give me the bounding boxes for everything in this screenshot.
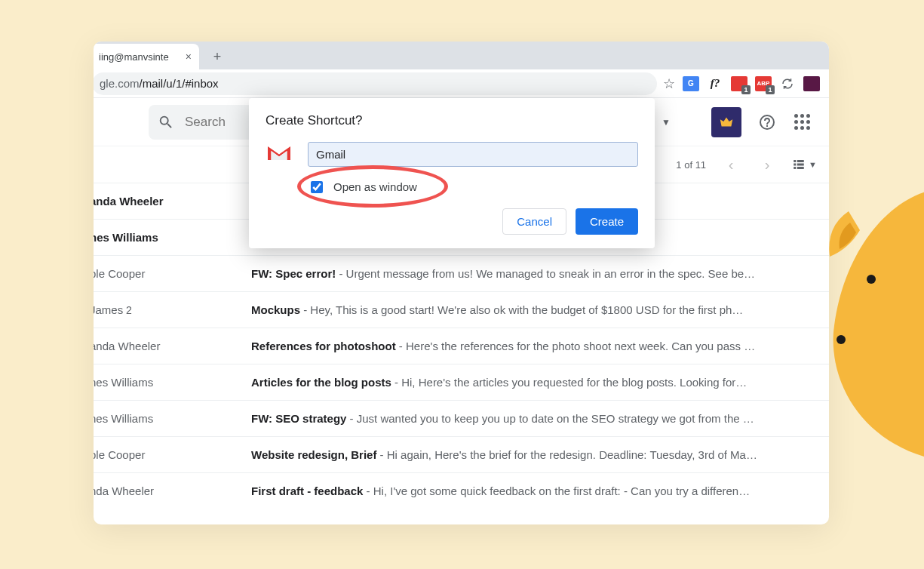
create-shortcut-dialog: Create Shortcut? Open as window Cancel C… (249, 98, 655, 248)
extension-sync-icon[interactable] (779, 76, 796, 91)
create-button[interactable]: Create (576, 208, 638, 235)
mail-sender: nda Wheeler (94, 484, 251, 497)
gmail-logo-icon (266, 143, 293, 167)
mail-snippet: Hi again, Here's the brief for the redes… (387, 448, 757, 461)
mail-sender: ble Cooper (94, 267, 251, 280)
mail-subject: FW: Spec error! (251, 267, 336, 280)
mail-subject-line: FW: Spec error! - Urgent message from us… (251, 267, 818, 280)
search-icon (158, 114, 174, 131)
mail-row[interactable]: James 2Mockups - Hey, This is a good sta… (94, 291, 829, 328)
mail-subject-line: References for photoshoot - Here's the r… (251, 340, 818, 352)
mail-subject-line: Articles for the blog posts - Hi, Here's… (251, 376, 818, 389)
mail-snippet: Here's the references for the photo shoo… (406, 340, 755, 352)
browser-tab-title: iing@manvsinte (99, 51, 186, 63)
thread-count: 2 (123, 304, 132, 316)
close-tab-icon[interactable]: × (186, 51, 192, 63)
mail-row[interactable]: ble CooperWebsite redesign, Brief - Hi a… (94, 436, 829, 472)
extension-badge: 1 (766, 85, 775, 94)
mail-sender: nes Williams (94, 231, 251, 244)
older-button[interactable]: › (756, 156, 778, 174)
svg-rect-2 (794, 164, 796, 166)
premium-badge[interactable] (711, 107, 741, 137)
mail-sender: ble Cooper (94, 448, 251, 461)
mail-sender: nes Williams (94, 376, 251, 389)
google-apps-button[interactable] (787, 107, 817, 137)
svg-rect-5 (797, 167, 804, 169)
url-actions: ☆ G f? 1 ABP 1 (657, 75, 823, 92)
mail-subject-line: Website redesign, Brief - Hi again, Here… (251, 448, 818, 461)
dialog-title: Create Shortcut? (266, 113, 638, 128)
mail-subject: Mockups (251, 303, 300, 316)
mail-snippet: Hey, This is a good start! We're also ok… (310, 303, 743, 316)
extension-recorder-icon[interactable]: 1 (731, 76, 747, 91)
mail-row[interactable]: nes WilliamsArticles for the blog posts … (94, 364, 829, 400)
svg-rect-3 (797, 164, 804, 166)
pagination-label: 1 of 11 (676, 159, 706, 171)
url-host-fragment: gle.com (100, 77, 140, 90)
mail-snippet: Hi, Here's the articles you requested fo… (401, 376, 747, 389)
mail-subject: FW: SEO strategy (251, 412, 346, 425)
density-toggle[interactable]: ▼ (792, 158, 817, 171)
open-as-window-label[interactable]: Open as window (333, 180, 417, 193)
help-icon (758, 113, 776, 131)
help-button[interactable] (752, 107, 782, 137)
browser-tab[interactable]: iing@manvsinte × (94, 44, 199, 69)
mascot-illustration (818, 189, 924, 460)
shortcut-name-input[interactable] (308, 142, 638, 167)
mail-row[interactable]: nes WilliamsFW: SEO strategy - Just want… (94, 400, 829, 436)
browser-window: iing@manvsinte × + gle.com/mail/u/1/#inb… (94, 42, 829, 524)
search-dropdown-icon[interactable]: ▼ (662, 117, 671, 128)
mail-snippet: Just wanted you to keep you up to date o… (357, 412, 754, 425)
newer-button[interactable]: ‹ (720, 156, 742, 174)
mail-row[interactable]: nda WheelerFirst draft - feedback - Hi, … (94, 472, 829, 509)
bookmark-star-icon[interactable]: ☆ (663, 75, 675, 92)
url-box[interactable]: gle.com/mail/u/1/#inbox (94, 72, 657, 95)
svg-rect-4 (794, 167, 796, 169)
extension-other-icon[interactable] (803, 76, 820, 91)
mail-subject: Website redesign, Brief (251, 448, 376, 461)
mail-subject: Articles for the blog posts (251, 376, 391, 389)
mail-row[interactable]: anda WheelerReferences for photoshoot - … (94, 328, 829, 364)
new-tab-button[interactable]: + (207, 46, 228, 67)
crown-icon (718, 114, 735, 131)
mail-subject: References for photoshoot (251, 340, 396, 352)
mail-sender: anda Wheeler (94, 195, 251, 208)
mail-snippet: Hi, I've got some quick feedback on the … (373, 484, 751, 497)
cancel-button[interactable]: Cancel (502, 208, 566, 235)
address-bar: gle.com/mail/u/1/#inbox ☆ G f? 1 ABP 1 (94, 69, 829, 98)
mail-sender: nes Williams (94, 412, 251, 425)
mail-subject-line: FW: SEO strategy - Just wanted you to ke… (251, 412, 818, 425)
density-icon (792, 158, 806, 171)
svg-rect-1 (797, 160, 804, 162)
mail-snippet: Urgent message from us! We managed to sn… (346, 267, 756, 280)
svg-rect-0 (794, 160, 796, 162)
url-path: /mail/u/1/#inbox (140, 77, 219, 90)
open-as-window-checkbox[interactable] (311, 181, 323, 193)
apps-grid-icon (794, 114, 810, 130)
mail-subject-line: First draft - feedback - Hi, I've got so… (251, 484, 818, 497)
mail-subject: First draft - feedback (251, 484, 363, 497)
mail-sender: James 2 (94, 303, 251, 316)
extension-adblock-icon[interactable]: ABP 1 (755, 76, 772, 91)
extension-translate-icon[interactable]: G (683, 76, 699, 91)
extension-badge: 1 (741, 85, 751, 94)
svg-point-7 (867, 275, 876, 284)
tab-strip: iing@manvsinte × + (94, 42, 829, 69)
svg-point-8 (837, 335, 846, 344)
mail-sender: anda Wheeler (94, 340, 251, 352)
mail-subject-line: Mockups - Hey, This is a good start! We'… (251, 303, 818, 316)
mail-row[interactable]: ble CooperFW: Spec error! - Urgent messa… (94, 255, 829, 291)
extension-whatfont-icon[interactable]: f? (707, 76, 723, 91)
